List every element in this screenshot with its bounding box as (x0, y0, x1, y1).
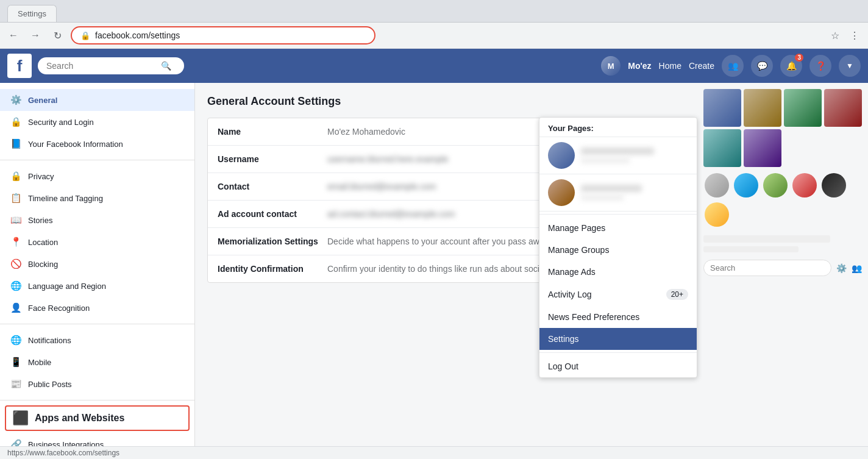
privacy-icon: 🔒 (10, 170, 22, 182)
row-label-memorialization: Memorialization Settings (218, 237, 327, 246)
sidebar-item-blocking[interactable]: 🚫 Blocking (0, 253, 194, 275)
create-link[interactable]: Create (689, 61, 714, 71)
sidebar-label-timeline: Timeline and Tagging (28, 194, 103, 203)
browser-controls: ← → ↻ 🔒 facebook.com/settings ☆ ⋮ (0, 23, 868, 49)
dropdown-item-manage-ads[interactable]: Manage Ads (539, 261, 697, 283)
search-bar[interactable]: 🔍 (38, 57, 184, 74)
dropdown-page-entry-2[interactable] (539, 174, 697, 212)
general-icon: ⚙️ (10, 94, 22, 106)
browser-right-icons: ☆ ⋮ (827, 27, 863, 44)
lock-icon: 🔒 (80, 31, 90, 40)
page-avatar-2 (548, 179, 575, 206)
right-avatar-3 (784, 89, 822, 127)
manage-ads-label: Manage Ads (548, 267, 596, 277)
right-friend-3 (763, 173, 788, 197)
sidebar-label-blocking: Blocking (28, 260, 58, 269)
dropdown-your-pages-label: Your Pages: (539, 118, 697, 137)
notifications-icon[interactable]: 🔔 3 (780, 55, 802, 77)
search-input[interactable] (46, 61, 156, 71)
refresh-button[interactable]: ↻ (49, 27, 66, 44)
dropdown-item-manage-groups[interactable]: Manage Groups (539, 239, 697, 261)
right-friend-6 (705, 202, 729, 227)
sidebar-label-security: Security and Login (28, 118, 94, 127)
nav-right: M Mo'ez Home Create 👥 💬 🔔 3 ❓ ▼ (601, 55, 861, 77)
sidebar-item-privacy[interactable]: 🔒 Privacy (0, 165, 194, 187)
home-link[interactable]: Home (659, 61, 681, 71)
facebook-logo: f (7, 54, 32, 78)
sidebar-divider-1 (0, 160, 194, 160)
friends-icon[interactable]: 👥 (722, 55, 744, 77)
sidebar-label-privacy: Privacy (28, 172, 54, 181)
notification-badge: 3 (795, 54, 803, 62)
sidebar-label-location: Location (28, 238, 58, 247)
page-title: General Account Settings (207, 95, 685, 108)
browser-tab[interactable]: Settings (7, 5, 57, 22)
user-name[interactable]: Mo'ez (628, 61, 651, 71)
sidebar-item-timeline[interactable]: 📋 Timeline and Tagging (0, 187, 194, 209)
public-posts-icon: 📰 (10, 378, 22, 390)
mobile-icon: 📱 (10, 356, 22, 368)
right-people-icon[interactable]: 👥 (852, 263, 862, 273)
row-label-name: Name (218, 127, 327, 137)
stories-icon: 📖 (10, 214, 22, 226)
dropdown-item-logout[interactable]: Log Out (539, 355, 697, 377)
star-icon[interactable]: ☆ (827, 27, 844, 44)
sidebar-item-language[interactable]: 🌐 Language and Region (0, 275, 194, 297)
sidebar-item-fb-info[interactable]: 📘 Your Facebook Information (0, 133, 194, 155)
settings-label: Settings (548, 334, 579, 344)
sidebar-item-general[interactable]: ⚙️ General (0, 89, 194, 111)
help-icon[interactable]: ❓ (809, 55, 831, 77)
sidebar-label-general: General (28, 96, 57, 105)
page-name-1 (581, 148, 654, 155)
sidebar-item-security-login[interactable]: 🔒 Security and Login (0, 111, 194, 133)
facebook-navbar: f 🔍 M Mo'ez Home Create 👥 💬 🔔 3 ❓ ▼ (0, 49, 868, 83)
face-icon: 👤 (10, 302, 22, 314)
browser-chrome: Settings ← → ↻ 🔒 facebook.com/settings ☆… (0, 0, 868, 49)
status-bar: https://www.facebook.com/settings (0, 446, 868, 459)
sidebar-item-face[interactable]: 👤 Face Recognition (0, 297, 194, 319)
dropdown-page-entry[interactable] (539, 137, 697, 174)
page-info-1 (581, 148, 688, 163)
sidebar-label-apps-websites: Apps and Websites (35, 413, 124, 424)
dropdown-item-news-feed[interactable]: News Feed Preferences (539, 306, 697, 328)
user-avatar[interactable]: M (601, 56, 621, 76)
dropdown-item-manage-pages[interactable]: Manage Pages (539, 217, 697, 239)
forward-button[interactable]: → (27, 27, 44, 44)
sidebar-item-apps-websites[interactable]: ⬛ Apps and Websites (5, 405, 190, 431)
right-avatar-1 (703, 89, 741, 127)
sidebar-label-mobile: Mobile (28, 358, 51, 367)
avatar-initial: M (608, 62, 614, 71)
sidebar-item-notifications[interactable]: 🌐 Notifications (0, 329, 194, 351)
sidebar-label-public-posts: Public Posts (28, 380, 72, 389)
sidebar-item-public-posts[interactable]: 📰 Public Posts (0, 373, 194, 395)
sidebar-item-mobile[interactable]: 📱 Mobile (0, 351, 194, 373)
blocking-icon: 🚫 (10, 258, 22, 270)
manage-pages-label: Manage Pages (548, 223, 605, 233)
row-label-ad-contact: Ad account contact (218, 209, 327, 219)
page-info-2 (581, 185, 688, 201)
sidebar-item-location[interactable]: 📍 Location (0, 231, 194, 253)
account-dropdown-icon[interactable]: ▼ (839, 55, 861, 77)
sidebar-item-stories[interactable]: 📖 Stories (0, 209, 194, 231)
messenger-icon[interactable]: 💬 (751, 55, 773, 77)
back-button[interactable]: ← (5, 27, 22, 44)
url-text: facebook.com/settings (95, 30, 180, 40)
search-icon: 🔍 (161, 61, 171, 71)
main-container: ⚙️ General 🔒 Security and Login 📘 Your F… (0, 83, 868, 459)
dropdown-item-activity-log[interactable]: Activity Log 20+ (539, 283, 697, 306)
account-dropdown-menu: Your Pages: Manage Pages (539, 117, 697, 378)
sidebar-label-language: Language and Region (28, 282, 106, 291)
security-icon: 🔒 (10, 116, 22, 128)
address-bar[interactable]: 🔒 facebook.com/settings (71, 26, 375, 44)
activity-log-badge: 20+ (666, 289, 688, 300)
menu-icon[interactable]: ⋮ (846, 27, 863, 44)
sidebar-divider-2 (0, 324, 194, 324)
right-search-input[interactable] (703, 260, 831, 276)
dropdown-item-settings[interactable]: Settings (539, 328, 697, 350)
page-name-2 (581, 185, 642, 192)
row-label-username: Username (218, 154, 327, 164)
status-url: https://www.facebook.com/settings (7, 449, 119, 457)
right-avatar-2 (744, 89, 781, 127)
right-gear-icon[interactable]: ⚙️ (836, 263, 847, 273)
activity-log-label: Activity Log (548, 290, 592, 299)
